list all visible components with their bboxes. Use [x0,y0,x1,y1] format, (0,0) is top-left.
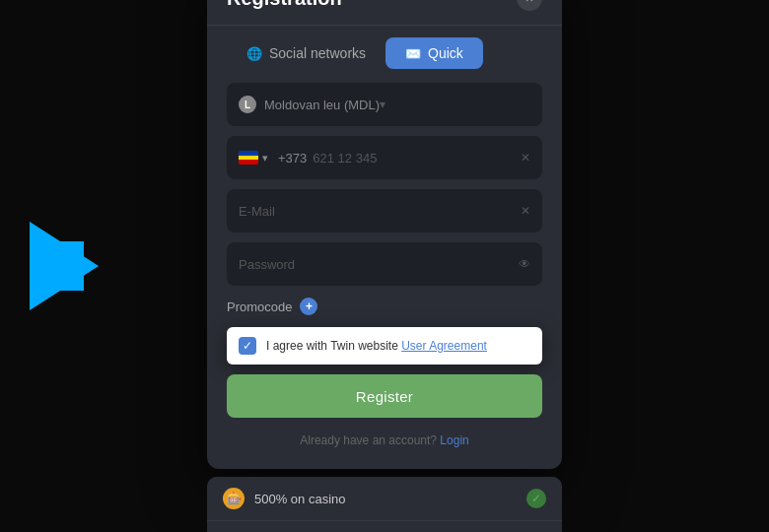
tab-social-networks[interactable]: 🌐 Social networks [227,37,385,69]
checkmark-icon: ✓ [243,339,252,353]
password-field[interactable]: Password 👁 [227,242,542,286]
email-clear-icon: ✕ [521,204,530,218]
modal-title: Registration [227,0,342,10]
login-link[interactable]: Login [440,433,468,447]
agreement-text: I agree with Twin website User Agreement [266,339,487,353]
register-button[interactable]: Register [227,374,542,418]
agreement-prefix: I agree with Twin website [266,339,401,353]
promo-card-casino: 🎰 500% on casino ✓ [207,477,562,521]
agreement-row: ✓ I agree with Twin website User Agreeme… [227,327,542,365]
agreement-checkbox[interactable]: ✓ [239,337,256,355]
promo-card-cashback: 💰 Cashback up to 30% ✓ [207,521,562,532]
password-placeholder: Password [239,257,519,272]
promocode-label: Promocode [227,299,292,314]
promo-cards: 🎰 500% on casino ✓ 💰 Cashback up to 30% … [207,477,562,532]
promo-casino-text: 500% on casino [254,492,517,506]
tab-social-label: Social networks [269,45,366,61]
arrow-indicator [30,222,99,310]
currency-value: Moldovan leu (MDL) [264,98,380,112]
social-icon: 🌐 [246,46,262,61]
modal-header: Registration × [207,0,562,26]
registration-modal: Registration × 🌐 Social networks ✉️ Quic… [207,0,562,469]
chevron-down-icon: ▾ [380,98,385,111]
flag-icon [239,151,258,165]
promocode-row: Promocode + [227,296,542,317]
currency-icon: L [239,96,256,113]
form-body: L Moldovan leu (MDL) ▾ ▾ +373 621 12 345… [207,69,562,469]
phone-placeholder: 621 12 345 [313,151,377,166]
user-agreement-link[interactable]: User Agreement [401,339,487,353]
promo-check-icon: ✓ [526,489,546,508]
currency-field[interactable]: L Moldovan leu (MDL) ▾ [227,83,542,126]
chevron-flag-icon: ▾ [262,152,268,165]
phone-field[interactable]: ▾ +373 621 12 345 ✕ [227,136,542,179]
phone-code: +373 [278,151,307,166]
eye-icon: 👁 [519,257,530,271]
modal-wrapper: Registration × 🌐 Social networks ✉️ Quic… [207,0,562,532]
email-icon: ✉️ [405,46,421,61]
close-button[interactable]: × [517,0,542,11]
casino-icon: 🎰 [223,488,245,509]
login-prompt-text: Already have an account? [300,433,437,447]
tab-quick[interactable]: ✉️ Quick [385,37,483,69]
email-field[interactable]: E-Mail ✕ [227,189,542,233]
tab-quick-label: Quick [428,45,463,61]
plus-badge[interactable]: + [300,298,317,315]
flag-selector[interactable]: ▾ [239,151,268,165]
clear-icon: ✕ [521,151,530,165]
email-placeholder: E-Mail [239,204,521,219]
tab-bar: 🌐 Social networks ✉️ Quick [207,26,562,69]
login-row: Already have an account? Login [227,428,542,451]
arrow-shape [30,222,99,310]
